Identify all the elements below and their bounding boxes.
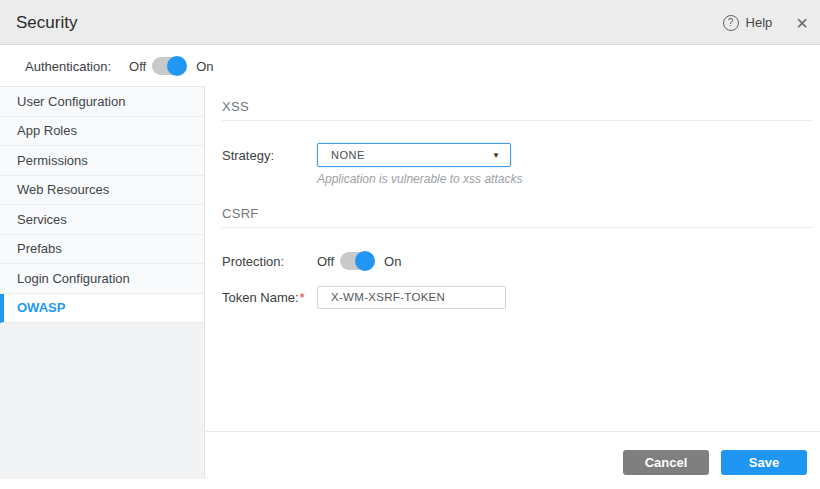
header-actions: ? Help × xyxy=(723,0,808,45)
footer-actions: Cancel Save xyxy=(623,450,807,475)
authentication-label: Authentication: xyxy=(25,59,111,74)
authentication-toggle[interactable] xyxy=(152,57,186,75)
sidebar-item-services[interactable]: Services xyxy=(0,205,204,235)
sidebar-item-app-roles[interactable]: App Roles xyxy=(0,117,204,147)
authentication-row: Authentication: Off On xyxy=(0,46,820,86)
sidebar-item-permissions[interactable]: Permissions xyxy=(0,146,204,176)
xss-section-divider xyxy=(222,120,812,121)
token-name-label: Token Name:* xyxy=(222,290,317,305)
cancel-button[interactable]: Cancel xyxy=(623,450,709,475)
help-icon[interactable]: ? xyxy=(723,15,739,31)
csrf-section-heading: CSRF xyxy=(222,206,812,221)
protection-row: Protection: Off On xyxy=(222,251,820,271)
csrf-section-divider xyxy=(222,227,812,228)
sidebar-item-web-resources[interactable]: Web Resources xyxy=(0,176,204,206)
required-marker: * xyxy=(300,290,305,305)
footer-divider xyxy=(206,431,820,432)
toggle-knob xyxy=(167,56,187,76)
sidebar-item-user-configuration[interactable]: User Configuration xyxy=(0,87,204,117)
xss-section-heading: XSS xyxy=(222,99,812,114)
save-button[interactable]: Save xyxy=(721,450,807,475)
token-name-input[interactable] xyxy=(317,286,506,309)
xss-helper-text: Application is vulnerable to xss attacks xyxy=(317,172,820,186)
protection-off-label: Off xyxy=(317,254,334,269)
page-title: Security xyxy=(16,0,77,45)
sidebar-item-owasp[interactable]: OWASP xyxy=(0,294,204,324)
dialog-header: Security ? Help × xyxy=(0,0,820,45)
settings-sidebar: User Configuration App Roles Permissions… xyxy=(0,86,205,479)
authentication-off-label: Off xyxy=(129,59,146,74)
protection-label: Protection: xyxy=(222,254,317,269)
authentication-toggle-group: Off On xyxy=(129,57,213,75)
strategy-selected-value: NONE xyxy=(331,149,365,161)
protection-toggle-group: Off On xyxy=(317,252,401,270)
token-name-label-text: Token Name: xyxy=(222,290,299,305)
strategy-select[interactable]: NONE ▼ xyxy=(317,143,511,167)
sidebar-item-login-configuration[interactable]: Login Configuration xyxy=(0,264,204,294)
authentication-on-label: On xyxy=(196,59,213,74)
toggle-knob xyxy=(355,251,375,271)
owasp-panel: XSS Strategy: NONE ▼ Application is vuln… xyxy=(206,86,820,489)
protection-toggle[interactable] xyxy=(340,252,374,270)
help-button[interactable]: Help xyxy=(746,15,773,30)
strategy-row: Strategy: NONE ▼ xyxy=(222,143,820,167)
protection-on-label: On xyxy=(384,254,401,269)
strategy-label: Strategy: xyxy=(222,148,317,163)
close-icon[interactable]: × xyxy=(796,13,808,33)
dropdown-arrow-icon: ▼ xyxy=(492,151,500,160)
sidebar-item-prefabs[interactable]: Prefabs xyxy=(0,235,204,265)
token-name-row: Token Name:* xyxy=(222,285,820,309)
